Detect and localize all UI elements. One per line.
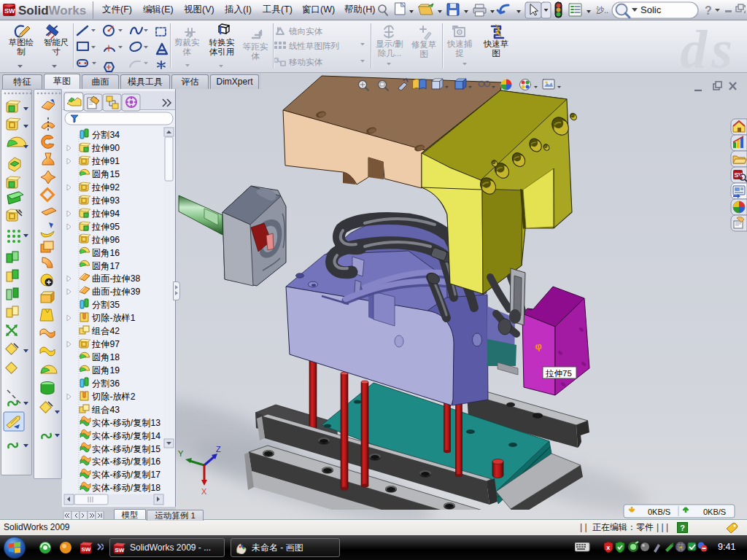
svg-text:0KB/S: 0KB/S [648,508,670,516]
svg-text:实体-移动/复制14: 实体-移动/复制14 [92,431,160,441]
svg-text:曲面-拉伸39: 曲面-拉伸39 [92,287,141,297]
svg-text:拉伸92: 拉伸92 [91,182,120,192]
svg-text:SW: SW [115,547,125,553]
svg-text:拉伸96: 拉伸96 [91,235,120,245]
svg-text:组合43: 组合43 [91,405,120,415]
svg-text:实体-移动/复制15: 实体-移动/复制15 [92,444,160,454]
svg-text:拉伸93: 拉伸93 [91,195,120,206]
svg-text:拉伸90: 拉伸90 [91,143,120,153]
svg-text:圆角19: 圆角19 [92,365,120,376]
svg-text:实体-移动/复制17: 实体-移动/复制17 [92,470,160,480]
svg-text:圆角16: 圆角16 [92,248,120,258]
svg-text:SolidWorks: SolidWorks [18,4,86,18]
svg-text:拉伸94: 拉伸94 [91,209,120,219]
svg-text:SW: SW [82,546,91,553]
svg-text:圆角18: 圆角18 [92,352,120,362]
svg-text:Solic: Solic [640,4,662,15]
svg-text:x: x [606,544,610,551]
svg-text:圆角15: 圆角15 [92,169,120,179]
svg-text:曲面-拉伸38: 曲面-拉伸38 [92,273,141,284]
svg-text:实体-移动/复制18: 实体-移动/复制18 [92,483,160,493]
svg-text:拉伸97: 拉伸97 [91,339,120,349]
svg-text:圆角17: 圆角17 [92,261,120,271]
svg-text:分割36: 分割36 [92,378,120,389]
svg-text:SW: SW [4,7,15,15]
svg-text:?: ? [705,4,712,17]
svg-text:分割35: 分割35 [92,300,120,310]
svg-text:拉伸91: 拉伸91 [91,156,120,166]
svg-text:切除-放样2: 切除-放样2 [91,392,136,402]
svg-text:切除-放样1: 切除-放样1 [91,313,136,323]
svg-text:分割34: 分割34 [92,130,120,140]
svg-text:0KB/S: 0KB/S [703,508,726,516]
svg-text:实体-移动/复制16: 实体-移动/复制16 [92,456,160,467]
svg-text:组合42: 组合42 [91,326,120,336]
svg-text:拉伸95: 拉伸95 [91,222,120,232]
svg-text:实体-移动/复制13: 实体-移动/复制13 [92,418,160,428]
svg-text:沙..: 沙.. [596,6,608,15]
